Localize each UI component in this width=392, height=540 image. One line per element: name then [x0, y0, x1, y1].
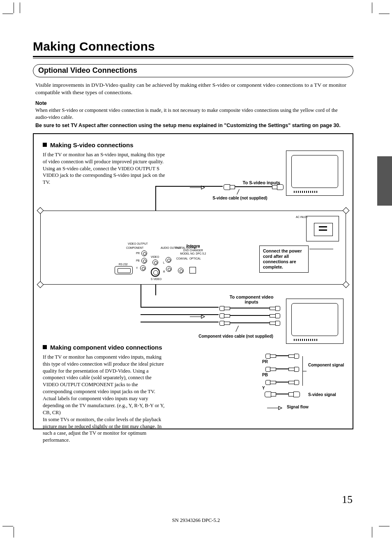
- svideo-label: S VIDEO: [151, 278, 161, 280]
- cable-icon: [276, 368, 288, 369]
- legend-signal-flow: Signal flow: [287, 405, 309, 409]
- optical-jack-icon: [189, 267, 196, 273]
- jack-icon: [140, 265, 146, 271]
- rs232-port-icon: [115, 266, 133, 274]
- tv-illustration: [286, 151, 344, 196]
- svideo-plug-icon: [223, 184, 235, 189]
- page-title: Making Connections: [33, 39, 353, 53]
- jack-icon: [166, 257, 171, 263]
- component-body: If the TV or monitor has component video…: [43, 354, 166, 444]
- rca-plug-icon: [288, 354, 301, 358]
- coaxial-label: COAXIAL: [176, 257, 188, 260]
- legend-pr: PR: [262, 359, 268, 364]
- rs232-label: RS 232: [119, 263, 128, 266]
- svideo-cable-label: S-video cable (not supplied): [203, 196, 277, 200]
- page-content: Making Connections Optional Video Connec…: [33, 39, 353, 429]
- note-body: When either S-video or component video c…: [35, 107, 351, 121]
- rca-plug-icon: [218, 313, 230, 318]
- component-body1: If the TV or monitor has component video…: [43, 354, 164, 394]
- signal-flow-arrow-icon: [266, 405, 283, 412]
- video-output-label: VIDEO OUTPUT: [128, 242, 148, 245]
- footer-text: SN 29343266 DPC-5.2: [0, 517, 392, 524]
- cable-icon: [230, 308, 270, 308]
- component-body2: Actual labels for component video inputs…: [43, 396, 164, 415]
- rca-plug-icon: [270, 306, 282, 310]
- video-label: VIDEO: [151, 255, 159, 258]
- rca-plug-icon: [218, 321, 230, 325]
- section-heading: Optional Video Connections: [38, 66, 348, 75]
- optical-label: OPTICAL: [189, 257, 201, 260]
- rca-plug-icon: [264, 380, 276, 384]
- component-label: COMPONENT: [126, 246, 143, 249]
- routed-cable: [155, 186, 223, 187]
- cable-icon: [276, 355, 288, 356]
- ac-inlet-label: AC INLET: [296, 216, 308, 218]
- rule: [33, 58, 353, 58]
- pointer-line: [237, 189, 240, 195]
- rca-plug-icon: [218, 306, 230, 310]
- pr-label: PR: [136, 252, 140, 255]
- jack-icon: [152, 260, 158, 265]
- routed-cable: [141, 322, 219, 322]
- pb-label: PB: [136, 259, 140, 262]
- jack-icon: [178, 268, 184, 273]
- digital-output-label: DIGITAL OUTPUT: [175, 246, 197, 249]
- callout-line: [309, 249, 333, 249]
- cable-icon: [230, 322, 270, 323]
- rear-panel-illustration: Integra DVD CHANGER MODEL NO. DPC-5.2 VI…: [40, 211, 346, 285]
- tv-illustration: [286, 299, 344, 344]
- note-heading: Note: [35, 100, 351, 106]
- y-label: Y: [136, 267, 138, 269]
- page-number: 15: [342, 494, 353, 506]
- routed-cable: [141, 314, 219, 315]
- svideo-heading: Making S-video connections: [43, 141, 134, 148]
- note-bold: Be sure to set TV Aspect after connectio…: [35, 122, 351, 129]
- routed-cable: [141, 285, 141, 307]
- svideo-jack-icon: [151, 268, 160, 277]
- model-label: MODEL NO. DPC-5.2: [180, 252, 206, 255]
- signal-flow-arrow-icon: [189, 184, 205, 189]
- svideo-plug-icon: [288, 392, 301, 396]
- legend-svideo-signal: S-video signal: [308, 392, 336, 397]
- legend-y: Y: [262, 386, 265, 390]
- jack-icon: [166, 266, 172, 272]
- r-label: R: [163, 270, 165, 273]
- routed-cable: [141, 307, 219, 308]
- rca-plug-icon: [288, 367, 301, 371]
- legend-component-signal: Component signal: [308, 363, 345, 367]
- rule: [33, 56, 353, 57]
- component-cable-label: Component video cable (not supplied): [191, 334, 281, 338]
- svideo-plug-icon: [272, 184, 284, 189]
- model-label: DVD CHANGER: [183, 249, 203, 252]
- ac-inlet-icon: [306, 216, 339, 241]
- jack-icon: [141, 258, 147, 264]
- cable-icon: [276, 382, 288, 382]
- rca-plug-icon: [288, 380, 301, 384]
- cable-icon: [235, 186, 272, 187]
- power-callout: Connect the power cord after all connect…: [259, 246, 309, 273]
- component-heading: Making component video connections: [43, 344, 162, 351]
- rca-plug-icon: [264, 354, 276, 358]
- rca-plug-icon: [264, 367, 276, 371]
- cable-icon: [276, 394, 288, 394]
- intro-text: Visible improvements in DVD-Video qualit…: [35, 81, 351, 96]
- rca-plug-icon: [270, 321, 282, 325]
- brace-line: [302, 371, 307, 371]
- figure-box: Making S-video connections If the TV or …: [33, 133, 353, 429]
- pointer-line: [235, 326, 239, 332]
- rca-plug-icon: [270, 313, 282, 318]
- jack-icon: [141, 250, 147, 256]
- l-label: L: [163, 261, 165, 264]
- component-body3: In some TVs or monitors, the color level…: [43, 417, 161, 443]
- routed-cable: [155, 186, 156, 211]
- routed-cable: [155, 285, 156, 295]
- svideo-body: If the TV or monitor has an S-video inpu…: [43, 151, 166, 186]
- to-component-label: To component video inputs: [227, 294, 276, 304]
- legend-pb: PB: [262, 373, 268, 377]
- side-tab: [377, 156, 392, 206]
- section-heading-pill: Optional Video Connections: [33, 64, 353, 77]
- svideo-plug-icon: [264, 392, 276, 396]
- cable-icon: [230, 315, 270, 316]
